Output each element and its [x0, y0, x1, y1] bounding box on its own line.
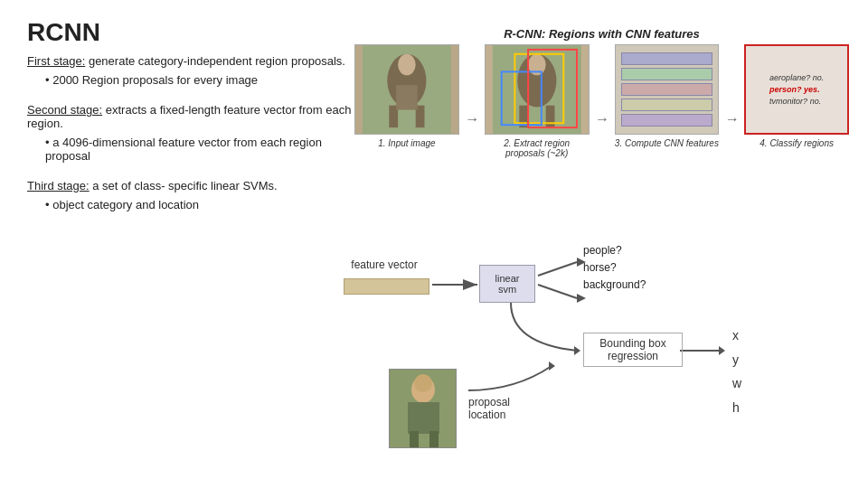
rcnn-step1-img — [354, 44, 459, 135]
svg-point-29 — [414, 374, 432, 392]
cnn-box-1 — [621, 52, 713, 65]
step3-arrow: → — [724, 111, 739, 127]
result-horse: horse? — [583, 261, 646, 274]
svg-line-15 — [538, 262, 577, 276]
stage3-bullet: • object category and location — [45, 198, 353, 211]
proposal-label-2: location — [468, 408, 510, 421]
classify-labels: aeroplane? no. person? yes. tvmonitor? n… — [766, 70, 827, 109]
svg-rect-27 — [410, 431, 419, 447]
cnn-box-4 — [621, 99, 713, 111]
svg-rect-28 — [429, 431, 439, 447]
step2-arrow: → — [595, 111, 609, 127]
bbox-line2: regression — [590, 350, 676, 362]
flow-diagram: feature vector linear svm people? horse?… — [335, 217, 859, 470]
stage1-heading-underline: First stage: — [27, 54, 85, 68]
rcnn-step-4: aeroplane? no. person? yes. tvmonitor? n… — [744, 44, 849, 148]
rcnn-diagram-title: R-CNN: Regions with CNN features — [351, 27, 853, 41]
y-val: y — [732, 348, 741, 372]
stage1-bullet: • 2000 Region proposals for every image — [45, 73, 353, 87]
stage3-heading: Third stage: a set of class- specific li… — [27, 179, 353, 192]
result-people: people? — [583, 244, 646, 257]
step1-svg — [355, 45, 458, 134]
w-val: w — [732, 371, 741, 396]
step2-label: 2. Extract region proposals (~2k) — [485, 138, 590, 158]
classification-results: people? horse? background? — [583, 244, 646, 291]
feature-vector-label: feature vector — [344, 258, 425, 271]
step3-label: 3. Compute CNN features — [615, 138, 719, 148]
svg-point-2 — [398, 54, 416, 76]
classify-label-tvmonitor: tvmonitor? no. — [769, 97, 821, 106]
step1-label: 1. Input image — [378, 138, 435, 148]
classify-label-person: person? yes. — [769, 85, 820, 94]
cnn-box-3 — [621, 83, 713, 96]
stage2-heading: Second stage: extracts a fixed-length fe… — [27, 103, 353, 130]
feature-vector-box — [344, 278, 429, 295]
step1-arrow: → — [465, 111, 479, 127]
step2-svg — [486, 45, 589, 134]
proposal-label-1: proposal — [468, 396, 510, 408]
rcnn-step3-img — [615, 44, 720, 135]
rcnn-diagram: R-CNN: Regions with CNN features warped … — [351, 27, 853, 203]
linear-svm-box: linear svm — [479, 265, 535, 303]
bbox-line1: Bounding box — [590, 337, 676, 350]
step4-label: 4. Classify regions — [760, 138, 834, 148]
svg-rect-26 — [408, 402, 439, 434]
result-background: background? — [583, 278, 646, 291]
svg-rect-5 — [396, 85, 418, 109]
h-val: h — [732, 396, 741, 420]
rcnn-steps-row: warped region 1. Inp — [351, 44, 853, 158]
cnn-box-5 — [621, 114, 713, 127]
stage2-heading-underline: Second stage: — [27, 103, 102, 117]
cnn-box-2 — [621, 68, 713, 80]
bbox-regression-box: Bounding box regression — [583, 333, 683, 367]
classify-label-aeroplane: aeroplane? no. — [769, 73, 824, 82]
stage1-heading: First stage: generate category-independe… — [27, 54, 353, 68]
xywh-results: x y w h — [732, 324, 741, 419]
svg-marker-21 — [719, 346, 725, 355]
svg-line-17 — [538, 285, 577, 298]
svm-label: svm — [498, 284, 516, 295]
rcnn-step4-img: aeroplane? no. person? yes. tvmonitor? n… — [744, 44, 849, 135]
left-panel: First stage: generate category-independe… — [27, 54, 353, 221]
rcnn-step-2: 2. Extract region proposals (~2k) — [485, 44, 590, 158]
person-svg — [390, 370, 457, 448]
svg-marker-22 — [549, 361, 555, 371]
rcnn-step-1: 1. Input image — [354, 44, 459, 148]
rcnn-step-3: 3. Compute CNN features — [615, 44, 720, 148]
x-val: x — [732, 324, 741, 348]
proposal-location-label: proposal location — [468, 396, 510, 421]
proposal-person-image — [389, 369, 457, 448]
cnn-boxes — [616, 45, 719, 134]
svg-marker-19 — [574, 346, 580, 355]
svg-rect-10 — [545, 106, 554, 128]
rcnn-step2-img — [485, 44, 590, 135]
stage3-heading-underline: Third stage: — [27, 179, 90, 192]
stage2-bullet: • a 4096-dimensional feature vector from… — [45, 136, 353, 163]
linear-label: linear — [495, 273, 520, 284]
svg-marker-18 — [577, 294, 586, 303]
